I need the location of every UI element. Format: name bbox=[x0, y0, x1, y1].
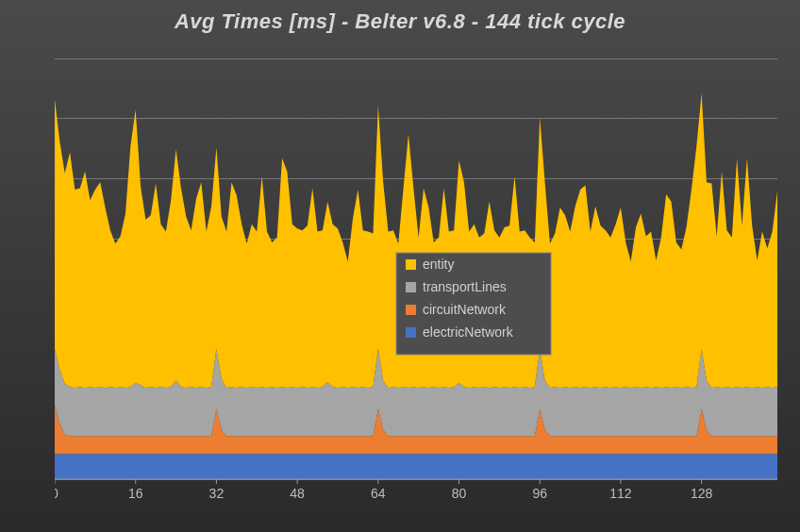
legend-swatch bbox=[406, 305, 416, 315]
x-tick-label: 112 bbox=[609, 486, 632, 501]
area-electricNetwork bbox=[55, 454, 777, 479]
legend-swatch bbox=[406, 327, 416, 338]
x-tick-label: 48 bbox=[290, 486, 305, 501]
x-tick-label: 128 bbox=[691, 486, 713, 501]
x-tick-label: 96 bbox=[532, 486, 547, 501]
legend-label: circuitNetwork bbox=[423, 302, 507, 317]
chart-plot: 012345670163248648096112128entitytranspo… bbox=[55, 53, 783, 502]
x-tick-label: 32 bbox=[209, 486, 225, 501]
chart-title: Avg Times [ms] - Belter v6.8 - 144 tick … bbox=[0, 9, 800, 34]
legend-swatch bbox=[406, 282, 416, 292]
chart-svg: 012345670163248648096112128entitytranspo… bbox=[55, 53, 783, 502]
legend-label: transportLines bbox=[423, 279, 507, 294]
x-tick-label: 16 bbox=[128, 486, 143, 501]
x-tick-label: 80 bbox=[452, 486, 467, 501]
legend-swatch bbox=[406, 259, 416, 270]
x-tick-label: 64 bbox=[371, 486, 386, 501]
legend-label: entity bbox=[423, 257, 454, 272]
x-tick-label: 0 bbox=[55, 486, 58, 501]
legend-label: electricNetwork bbox=[423, 324, 514, 340]
